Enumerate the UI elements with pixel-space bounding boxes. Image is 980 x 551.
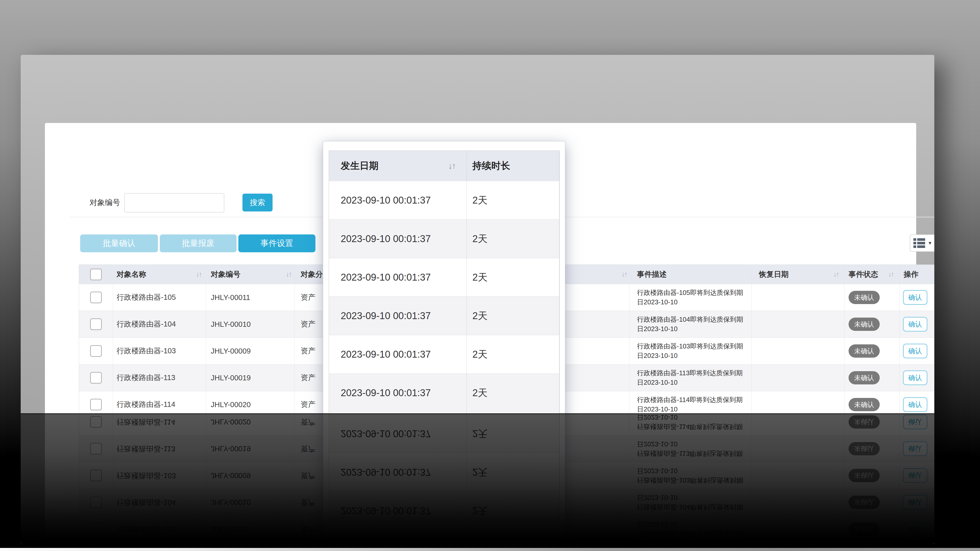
batch-confirm-button[interactable]: 批量确认 [80,234,158,252]
cell-occur-date: 2023-09-10 00:01:37 [329,335,467,373]
status-badge: 未确认 [849,318,880,331]
cell-event-description: 行政楼路由器-105即将到达质保到期日2023-10-10 [637,288,751,307]
cell-object-code: JHLY-00009 [206,338,295,364]
cell-occur-date: 2023-09-10 00:01:37 [329,181,467,219]
status-badge: 未确认 [849,371,880,384]
reflection-cutline [21,413,934,414]
magnifier-row: 2023-09-10 00:01:37 2天 [329,258,559,297]
search-button[interactable]: 搜索 [242,194,272,211]
cell-object-name: 行政楼路由器-103 [113,338,206,364]
cell-event-description: 行政楼路由器-104即将到达质保到期日2023-10-10 [637,315,751,333]
cell-duration: 2天 [467,335,560,373]
event-settings-button[interactable]: 事件设置 [239,234,315,252]
cell-recovery-date [752,311,845,338]
cell-recovery-date [752,338,845,364]
row-checkbox[interactable] [90,372,102,384]
magnifier-row: 2023-09-10 00:01:37 2天 [329,219,559,258]
cell-occur-date: 2023-09-10 00:01:37 [329,374,467,412]
cell-object-code: JHLY-00010 [206,311,295,338]
cell-occur-date: 2023-09-10 00:01:37 [329,220,467,258]
header-duration: 持续时长 [467,151,560,181]
cell-duration: 2天 [467,258,560,297]
cell-object-name: 行政楼路由器-113 [113,365,206,391]
header-event-description: 事件描述 [629,265,752,284]
screenshot-stage: 对象编号 搜索 批量确认 批量报废 事件设置 ▼ [0,0,980,551]
row-checkbox[interactable] [90,399,102,410]
row-checkbox[interactable] [90,292,102,303]
header-object-name[interactable]: 对象名称↓↑ [113,265,206,284]
floor-highlight-strip [0,548,980,551]
cell-duration: 2天 [467,220,560,258]
row-checkbox[interactable] [90,318,102,330]
status-badge: 未确认 [849,345,880,358]
cell-event-description: 行政楼路由器-114即将到达质保到期日2023-10-10 [637,395,751,414]
magnifier-row: 2023-09-10 00:01:37 2天 [329,297,559,335]
magnifier-row: 2023-09-10 00:01:37 2天 [329,181,559,219]
magnifier-row: 2023-09-10 00:01:37 2天 [329,373,559,412]
table-list-icon [913,238,925,248]
confirm-button[interactable]: 确认 [903,317,928,332]
cell-duration: 2天 [467,181,560,219]
reflection-shade [21,413,934,544]
sort-icon[interactable]: ↓↑ [448,161,455,171]
magnifier-header-row: 发生日期↓↑ 持续时长 [329,151,559,181]
cell-occur-date: 2023-09-10 00:01:37 [329,297,467,335]
reflection: 对象编号 搜索 批量确认 批量报废 事件设置 ▼ [21,413,934,544]
row-checkbox[interactable] [90,345,102,357]
slide-card: 对象编号 搜索 批量确认 批量报废 事件设置 ▼ [21,55,934,544]
header-occur-date[interactable]: 发生日期↓↑ [329,151,467,181]
header-event-status[interactable]: 事件状态↓↑ [845,265,900,284]
cell-recovery-date [752,365,845,391]
select-all-checkbox[interactable] [90,268,102,280]
batch-scrap-button[interactable]: 批量报废 [160,234,237,252]
magnifier-table: 发生日期↓↑ 持续时长 2023-09-10 00:01:37 2天 2023-… [329,151,559,451]
cell-occur-date: 2023-09-10 00:01:37 [329,258,467,297]
confirm-button[interactable]: 确认 [903,397,928,412]
sort-icon[interactable]: ↓↑ [286,270,291,278]
status-badge: 未确认 [849,398,880,411]
confirm-button[interactable]: 确认 [903,370,928,385]
confirm-button[interactable]: 确认 [903,344,928,359]
cell-object-code: JHLY-00011 [206,284,295,311]
caret-down-icon: ▼ [928,241,932,245]
sort-icon[interactable]: ↓↑ [833,270,838,278]
cell-event-description: 行政楼路由器-113即将到达质保到期日2023-10-10 [637,368,751,387]
cell-object-code: JHLY-00019 [206,365,295,391]
header-recovery-date[interactable]: 恢复日期↓↑ [752,265,845,284]
cell-object-name: 行政楼路由器-104 [113,311,206,338]
header-action: 操作 [900,265,934,284]
sort-icon[interactable]: ↓↑ [621,270,627,278]
object-code-label: 对象编号 [89,197,120,208]
cell-duration: 2天 [467,374,560,412]
columns-dropdown-button[interactable]: ▼ [910,234,934,252]
confirm-button[interactable]: 确认 [903,290,928,305]
cell-duration: 2天 [467,297,560,335]
date-duration-magnifier-panel: 发生日期↓↑ 持续时长 2023-09-10 00:01:37 2天 2023-… [323,141,565,454]
header-select-cell [79,265,113,284]
sort-icon[interactable]: ↓↑ [196,270,201,278]
cell-object-name: 行政楼路由器-105 [113,284,206,311]
cell-event-description: 行政楼路由器-103即将到达质保到期日2023-10-10 [637,341,751,360]
status-badge: 未确认 [849,291,880,304]
magnifier-row: 2023-09-10 00:01:37 2天 [329,335,559,373]
sort-icon[interactable]: ↓↑ [888,270,894,278]
cell-recovery-date [752,284,845,311]
header-object-code[interactable]: 对象编号↓↑ [206,265,295,284]
object-code-input[interactable] [124,193,224,213]
